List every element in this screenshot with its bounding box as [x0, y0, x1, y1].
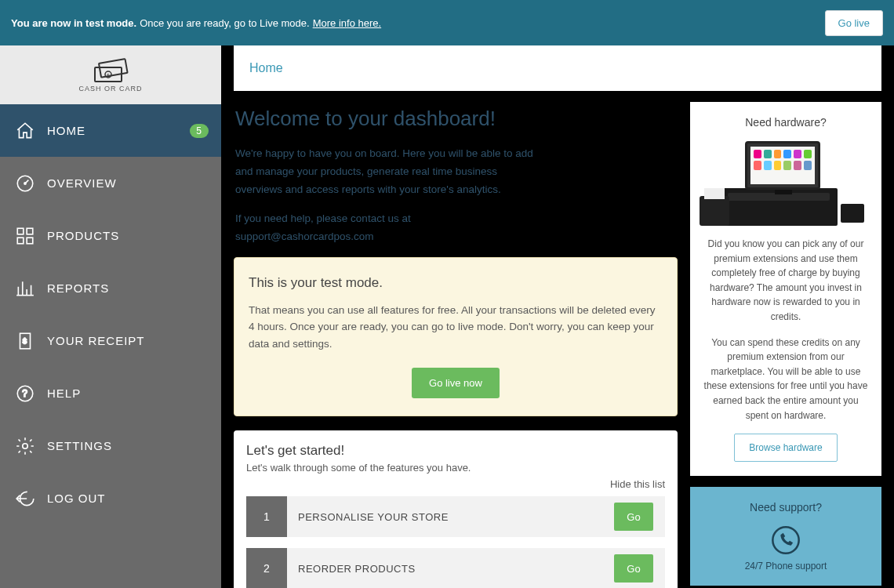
step-label: PERSONALISE YOUR STORE — [287, 496, 610, 537]
breadcrumb: Home — [234, 45, 881, 91]
step-number: 2 — [246, 548, 287, 588]
step-go-button[interactable]: Go — [614, 554, 653, 583]
hide-list-link[interactable]: Hide this list — [246, 478, 665, 490]
banner-more-link[interactable]: More info here. — [313, 17, 381, 29]
sidebar-item-help[interactable]: ? HELP — [0, 367, 221, 419]
test-mode-body: That means you can use all features for … — [249, 302, 663, 353]
grid-icon — [14, 225, 36, 247]
sidebar-item-label: REPORTS — [47, 281, 109, 295]
step-go-button[interactable]: Go — [614, 503, 653, 531]
logo-icon: $ — [93, 58, 129, 83]
svg-text:$: $ — [23, 336, 28, 345]
svg-point-14 — [23, 443, 28, 448]
sidebar-item-receipt[interactable]: $ YOUR RECEIPT — [0, 314, 221, 367]
sidebar-item-label: YOUR RECEIPT — [47, 334, 145, 347]
svg-point-16 — [772, 527, 798, 553]
sidebar-item-logout[interactable]: LOG OUT — [0, 472, 221, 524]
welcome-paragraph-2: If you need help, please contact us at s… — [235, 210, 533, 246]
svg-rect-7 — [27, 228, 33, 234]
test-mode-card: This is your test mode. That means you c… — [234, 257, 678, 417]
gear-icon — [14, 435, 36, 457]
bar-chart-icon — [14, 278, 36, 299]
logo: $ CASH OR CARD — [0, 45, 221, 104]
brand-text: CASH OR CARD — [78, 85, 142, 93]
hardware-image — [707, 140, 864, 226]
get-started-title: Let's get started! — [246, 443, 665, 459]
sidebar-item-label: HOME — [47, 124, 85, 137]
support-card: Need support? 24/7 Phone support — [690, 487, 881, 586]
get-started-card: Let's get started! Let's walk through so… — [234, 430, 678, 588]
sidebar-item-label: SETTINGS — [47, 439, 112, 452]
sidebar-item-home[interactable]: HOME 5 — [0, 104, 221, 157]
sidebar-item-label: LOG OUT — [47, 492, 106, 505]
sidebar-item-overview[interactable]: OVERVIEW — [0, 157, 221, 209]
gauge-icon — [14, 172, 36, 194]
support-title: Need support? — [703, 501, 869, 514]
hardware-card: Need hardware? Did you know you can pick… — [690, 102, 881, 476]
svg-rect-8 — [17, 238, 24, 244]
breadcrumb-home[interactable]: Home — [249, 61, 283, 74]
support-phone-label: 24/7 Phone support — [703, 561, 869, 572]
hardware-p2: You can spend these credits on any premi… — [703, 336, 869, 423]
sidebar-item-label: HELP — [47, 387, 81, 400]
svg-rect-6 — [17, 228, 24, 234]
get-started-sub: Let's walk through some of the features … — [246, 462, 665, 474]
go-live-button[interactable]: Go live — [825, 10, 883, 36]
sidebar-item-label: OVERVIEW — [47, 176, 117, 190]
hardware-title: Need hardware? — [703, 116, 869, 129]
main-content: Home Welcome to your dashboard! We're ha… — [221, 45, 894, 588]
step-number: 1 — [246, 496, 287, 537]
hardware-p1: Did you know you can pick any of our pre… — [703, 237, 869, 325]
go-live-now-button[interactable]: Go live now — [412, 368, 500, 398]
help-icon: ? — [14, 383, 36, 405]
sidebar: $ CASH OR CARD HOME 5 OVERVIEW PRODUCTS — [0, 45, 221, 588]
welcome-paragraph-1: We're happy to have you on board. Here y… — [235, 145, 533, 199]
step-row-2: 2 REORDER PRODUCTS Go — [246, 548, 665, 588]
phone-icon — [770, 524, 801, 556]
svg-text:?: ? — [22, 388, 28, 399]
banner-bold: You are now in test mode. — [11, 17, 136, 29]
page-title: Welcome to your dashboard! — [235, 107, 676, 131]
banner-mid: Once you are ready, go to Live mode. — [140, 17, 310, 29]
logout-icon — [14, 488, 36, 510]
sidebar-item-label: PRODUCTS — [47, 229, 119, 242]
step-label: REORDER PRODUCTS — [287, 548, 610, 588]
home-icon — [14, 120, 36, 142]
svg-rect-9 — [27, 238, 33, 244]
test-mode-banner: You are now in test mode. Once you are r… — [0, 0, 894, 45]
step-row-1: 1 PERSONALISE YOUR STORE Go — [246, 496, 665, 537]
browse-hardware-button[interactable]: Browse hardware — [734, 434, 837, 462]
sidebar-item-reports[interactable]: REPORTS — [0, 262, 221, 314]
sidebar-item-settings[interactable]: SETTINGS — [0, 419, 221, 472]
svg-point-5 — [24, 182, 26, 183]
sidebar-item-products[interactable]: PRODUCTS — [0, 209, 221, 262]
home-badge: 5 — [190, 124, 209, 138]
receipt-icon: $ — [14, 330, 36, 352]
test-mode-title: This is your test mode. — [249, 275, 663, 291]
